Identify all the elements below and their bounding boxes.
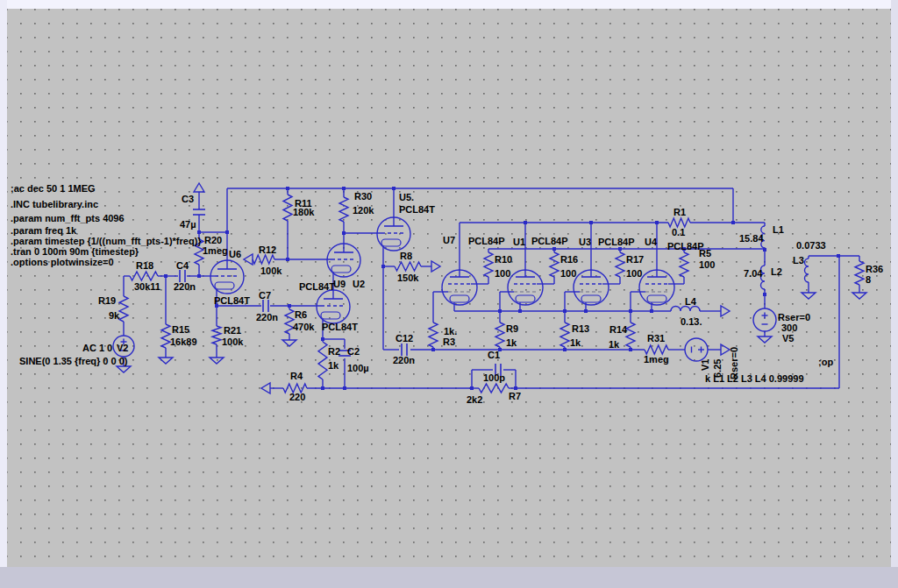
component-label[interactable]: AC 1 0 — [82, 343, 112, 353]
component-label[interactable]: L2 — [771, 266, 782, 277]
component-label[interactable]: U9 — [333, 279, 346, 289]
schematic-canvas[interactable]: ;ac dec 50 1 1MEG.INC tubelibrary.inc.pa… — [0, 0, 898, 588]
component-label[interactable]: PCL84P — [531, 236, 568, 246]
component-label[interactable]: U3 — [579, 237, 591, 247]
component-label[interactable]: U5. — [399, 192, 414, 202]
component-label[interactable]: R8 — [400, 251, 412, 261]
component-label[interactable]: R36 — [866, 264, 883, 274]
component-label[interactable]: 1k — [570, 337, 581, 348]
component-label[interactable]: U2 — [353, 279, 365, 289]
component-label[interactable]: V5 — [782, 333, 794, 344]
component-label[interactable]: R3 — [443, 337, 455, 347]
component-label[interactable]: Rser=0 — [778, 312, 810, 322]
component-label[interactable]: 2k2 — [467, 394, 482, 405]
component-label[interactable]: 6.25 — [712, 359, 723, 378]
component-label[interactable]: C7 — [259, 290, 271, 301]
component-label[interactable]: 100k — [222, 337, 244, 347]
component-label[interactable]: 47µ — [180, 219, 196, 230]
component-label[interactable]: 1k — [328, 360, 339, 371]
component-label[interactable]: PCL84P — [468, 236, 505, 246]
component-label[interactable]: U7 — [443, 235, 455, 245]
component-label[interactable]: 30k11 — [134, 281, 160, 292]
component-label[interactable]: 100 — [699, 259, 715, 270]
component-label[interactable]: R20 — [204, 235, 222, 245]
spice-directive-text[interactable]: .tran 0 100m 90m {timestep} — [11, 246, 139, 257]
component-label[interactable]: R17 — [626, 254, 644, 265]
component-label[interactable]: R6 — [295, 309, 307, 320]
spice-directive-text[interactable]: .param num_fft_pts 4096 — [11, 213, 125, 223]
component-label[interactable]: 0.0733 — [796, 240, 826, 251]
spice-directive-text[interactable]: .param timestep {1/((num_fft_pts-1)*freq… — [11, 236, 202, 246]
spice-directive-text[interactable]: ;ac dec 50 1 1MEG — [11, 183, 96, 194]
component-label[interactable]: U4 — [645, 237, 658, 247]
component-label[interactable]: C1 — [488, 350, 500, 360]
component-label[interactable]: L3 — [793, 255, 804, 266]
component-label[interactable]: PCL84T — [399, 204, 435, 215]
component-label[interactable]: 100 — [626, 268, 642, 279]
component-label[interactable]: R15 — [172, 324, 189, 335]
component-label[interactable]: 220n — [256, 312, 278, 322]
component-label[interactable]: R12 — [259, 244, 276, 255]
component-label[interactable]: 100 — [495, 268, 510, 279]
component-label[interactable]: 15.84 — [739, 233, 764, 244]
component-label[interactable]: C12 — [396, 333, 413, 344]
component-label[interactable]: ;op — [818, 357, 833, 367]
component-label[interactable]: R16 — [560, 254, 578, 265]
component-label[interactable]: 100µ — [347, 363, 369, 373]
component-label[interactable]: R1 — [674, 207, 686, 217]
component-label[interactable]: R9 — [506, 323, 518, 334]
component-label[interactable]: R4 — [290, 371, 303, 381]
component-label[interactable]: R19 — [98, 295, 116, 306]
component-label[interactable]: 1k — [609, 339, 620, 350]
component-label[interactable]: R13 — [572, 323, 589, 334]
component-label[interactable]: R10 — [495, 254, 512, 265]
component-label[interactable]: R21 — [224, 325, 241, 336]
component-label[interactable]: C3 — [182, 194, 194, 204]
component-label[interactable]: 100p — [483, 372, 505, 383]
component-label[interactable]: 300 — [781, 322, 797, 333]
component-label[interactable]: C4 — [176, 260, 189, 271]
component-label[interactable]: R14 — [609, 324, 628, 335]
component-label[interactable]: PCL84T — [214, 295, 250, 306]
component-label[interactable]: Rser=0 — [729, 347, 739, 379]
component-label[interactable]: 16k89 — [170, 337, 197, 347]
component-label[interactable]: 120k — [353, 205, 374, 216]
component-label[interactable]: L1 — [773, 224, 784, 235]
component-label[interactable]: V2 — [117, 343, 128, 353]
component-label[interactable]: 220 — [289, 392, 305, 402]
component-label[interactable]: 100 — [560, 268, 576, 279]
component-label[interactable]: 7.04 — [744, 268, 763, 279]
component-label[interactable]: 1meg — [644, 354, 669, 365]
component-label[interactable]: V1 — [700, 359, 710, 371]
component-label[interactable]: 1k. — [444, 326, 457, 337]
spice-directive-text[interactable]: .INC tubelibrary.inc — [11, 199, 98, 209]
component-label[interactable]: 8 — [866, 274, 871, 285]
component-label[interactable]: PCL84T — [322, 322, 358, 332]
component-label[interactable]: R5 — [699, 248, 711, 259]
component-label[interactable]: 1meg — [203, 245, 228, 256]
component-label[interactable]: 0.13. — [681, 316, 702, 327]
component-label[interactable]: 9k — [109, 310, 120, 321]
component-label[interactable]: U6 — [229, 249, 241, 259]
component-label[interactable]: 180k — [293, 207, 315, 217]
component-label[interactable]: R7 — [509, 391, 521, 401]
component-label[interactable]: 100k — [260, 266, 282, 276]
spice-directive-text[interactable]: .options plotwinsize=0 — [11, 257, 114, 267]
component-label[interactable]: 1k — [506, 337, 517, 348]
component-label[interactable]: R31 — [647, 333, 665, 344]
component-label[interactable]: C2 — [347, 346, 360, 357]
component-label[interactable]: R2 — [328, 346, 340, 357]
component-label[interactable]: R30 — [354, 191, 372, 202]
component-label[interactable]: 220n — [393, 355, 415, 365]
component-label[interactable]: R18 — [136, 260, 153, 271]
component-label[interactable]: U1 — [513, 237, 525, 247]
spice-directive-text[interactable]: .param freq 1k — [11, 225, 77, 236]
component-label[interactable]: SINE(0 1.35 {freq} 0 0 0) — [19, 356, 128, 366]
component-label[interactable]: PCL84P — [598, 237, 635, 247]
component-label[interactable]: 220n — [174, 281, 196, 292]
component-label[interactable]: 150k — [397, 273, 419, 283]
component-label[interactable]: 470k — [293, 322, 315, 332]
component-label[interactable]: 0.1 — [672, 227, 685, 237]
component-label[interactable]: L4 — [685, 296, 697, 307]
component-label[interactable]: PCL84T — [299, 281, 335, 292]
